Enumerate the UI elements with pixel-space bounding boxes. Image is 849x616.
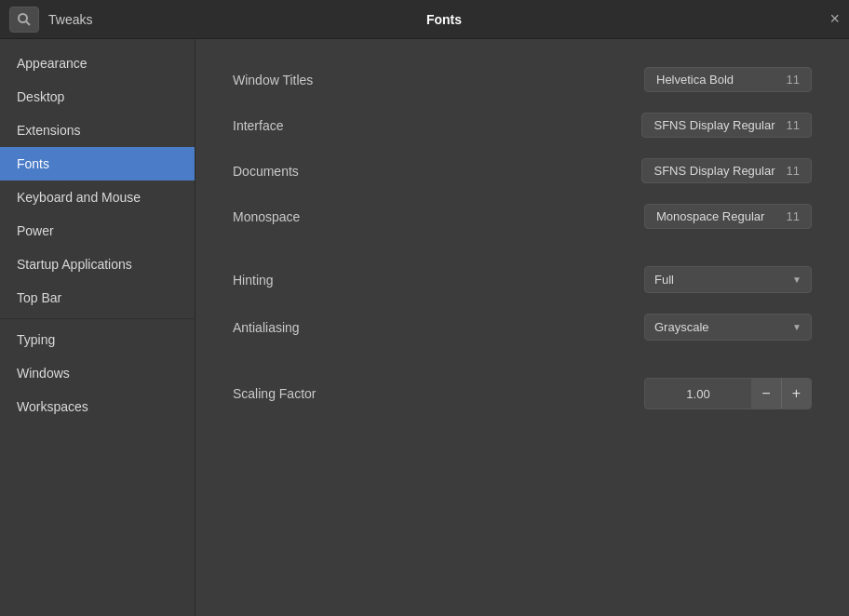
sidebar-item-power[interactable]: Power xyxy=(0,214,195,248)
interface-picker[interactable]: SFNS Display Regular 11 xyxy=(641,113,812,138)
window-titles-row: Window Titles Helvetica Bold 11 xyxy=(233,67,812,92)
documents-font-name: SFNS Display Regular xyxy=(654,164,775,178)
monospace-font-name: Monospace Regular xyxy=(656,209,775,223)
antialiasing-row: Antialiasing Grayscale ▼ xyxy=(233,314,812,341)
documents-picker[interactable]: SFNS Display Regular 11 xyxy=(641,158,812,183)
sidebar-item-workspaces[interactable]: Workspaces xyxy=(0,390,195,423)
sidebar-item-desktop[interactable]: Desktop xyxy=(0,80,195,114)
sidebar-item-extensions[interactable]: Extensions xyxy=(0,114,195,147)
interface-control: SFNS Display Regular 11 xyxy=(641,113,812,138)
interface-row: Interface SFNS Display Regular 11 xyxy=(233,113,812,138)
hinting-value: Full xyxy=(654,273,674,287)
sidebar-item-startup-applications[interactable]: Startup Applications xyxy=(0,248,195,281)
monospace-font-size: 11 xyxy=(787,209,800,223)
scaling-factor-label: Scaling Factor xyxy=(233,386,644,401)
scaling-factor-control: 1.00 − + xyxy=(644,378,812,409)
scaling-decrease-button[interactable]: − xyxy=(751,379,781,408)
main-layout: Appearance Desktop Extensions Fonts Keyb… xyxy=(0,39,849,616)
scaling-control-group: 1.00 − + xyxy=(644,378,812,409)
sidebar-item-keyboard-and-mouse[interactable]: Keyboard and Mouse xyxy=(0,181,195,214)
antialiasing-label: Antialiasing xyxy=(233,320,644,335)
sidebar-item-top-bar[interactable]: Top Bar xyxy=(0,281,195,315)
window-titles-font-name: Helvetica Bold xyxy=(656,73,775,87)
antialiasing-value: Grayscale xyxy=(654,320,709,334)
antialiasing-dropdown-arrow: ▼ xyxy=(792,322,802,332)
sidebar: Appearance Desktop Extensions Fonts Keyb… xyxy=(0,39,195,616)
interface-font-name: SFNS Display Regular xyxy=(654,118,775,132)
hinting-dropdown-arrow: ▼ xyxy=(792,275,802,285)
hinting-dropdown[interactable]: Full ▼ xyxy=(644,266,812,293)
sidebar-item-appearance[interactable]: Appearance xyxy=(0,47,195,80)
interface-label: Interface xyxy=(233,118,641,133)
hinting-row: Hinting Full ▼ xyxy=(233,266,812,293)
svg-line-1 xyxy=(26,21,30,25)
sidebar-item-fonts[interactable]: Fonts xyxy=(0,147,195,181)
window-titles-control: Helvetica Bold 11 xyxy=(644,67,812,92)
monospace-row: Monospace Monospace Regular 11 xyxy=(233,204,812,229)
antialiasing-dropdown[interactable]: Grayscale ▼ xyxy=(644,314,812,341)
monospace-control: Monospace Regular 11 xyxy=(644,204,812,229)
sidebar-item-typing[interactable]: Typing xyxy=(0,323,195,356)
antialiasing-control: Grayscale ▼ xyxy=(644,314,812,341)
documents-font-size: 11 xyxy=(787,164,800,178)
sidebar-divider xyxy=(0,318,195,319)
close-button[interactable]: × xyxy=(642,7,841,33)
monospace-label: Monospace xyxy=(233,209,644,224)
window-titles-font-size: 11 xyxy=(787,73,800,87)
spacer-2 xyxy=(233,361,812,378)
spacer-1 xyxy=(233,249,812,266)
scaling-increase-button[interactable]: + xyxy=(781,379,811,408)
page-title: Fonts xyxy=(247,12,642,27)
documents-row: Documents SFNS Display Regular 11 xyxy=(233,158,812,183)
interface-font-size: 11 xyxy=(787,118,800,132)
search-button[interactable] xyxy=(9,7,39,33)
monospace-picker[interactable]: Monospace Regular 11 xyxy=(644,204,812,229)
window-titles-picker[interactable]: Helvetica Bold 11 xyxy=(644,67,812,92)
scaling-factor-value: 1.00 xyxy=(645,382,751,407)
documents-control: SFNS Display Regular 11 xyxy=(641,158,812,183)
window-titles-label: Window Titles xyxy=(233,73,644,87)
hinting-label: Hinting xyxy=(233,273,644,288)
documents-label: Documents xyxy=(233,164,641,179)
app-name: Tweaks xyxy=(48,12,247,27)
hinting-control: Full ▼ xyxy=(644,266,812,293)
scaling-factor-row: Scaling Factor 1.00 − + xyxy=(233,378,812,409)
titlebar: Tweaks Fonts × xyxy=(0,0,849,39)
svg-point-0 xyxy=(19,14,27,22)
sidebar-item-windows[interactable]: Windows xyxy=(0,356,195,390)
content-area: Window Titles Helvetica Bold 11 Interfac… xyxy=(195,39,849,616)
